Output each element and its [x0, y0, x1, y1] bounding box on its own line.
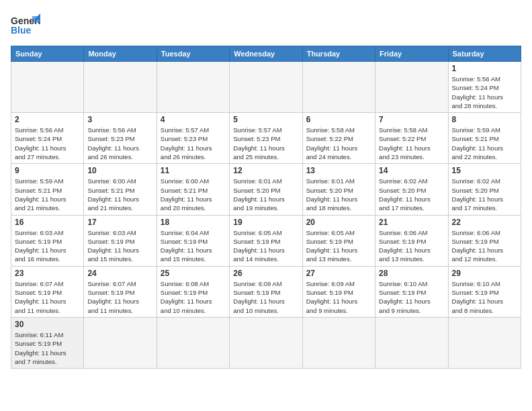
logo: General Blue: [11, 13, 40, 38]
day-cell: 7Sunrise: 5:58 AM Sunset: 5:22 PM Daylig…: [375, 113, 448, 164]
day-cell: 30Sunrise: 6:11 AM Sunset: 5:19 PM Dayli…: [11, 317, 84, 368]
day-cell: [157, 317, 229, 368]
weekday-sunday: Sunday: [11, 46, 84, 62]
week-row-2: 2Sunrise: 5:56 AM Sunset: 5:24 PM Daylig…: [11, 113, 521, 164]
day-number: 11: [161, 166, 226, 175]
day-number: 12: [233, 166, 298, 175]
day-cell: 13Sunrise: 6:01 AM Sunset: 5:20 PM Dayli…: [302, 164, 375, 215]
day-cell: 3Sunrise: 5:56 AM Sunset: 5:23 PM Daylig…: [84, 113, 157, 164]
day-cell: [302, 317, 375, 368]
day-cell: [84, 62, 157, 113]
day-number: 19: [233, 218, 298, 227]
day-cell: 8Sunrise: 5:59 AM Sunset: 5:21 PM Daylig…: [448, 113, 521, 164]
day-info: Sunrise: 6:05 AM Sunset: 5:19 PM Dayligh…: [233, 228, 298, 264]
day-cell: 12Sunrise: 6:01 AM Sunset: 5:20 PM Dayli…: [230, 164, 302, 215]
day-info: Sunrise: 6:06 AM Sunset: 5:19 PM Dayligh…: [379, 228, 444, 264]
header: General Blue: [11, 11, 521, 38]
day-info: Sunrise: 6:10 AM Sunset: 5:19 PM Dayligh…: [452, 279, 517, 315]
day-cell: [230, 317, 302, 368]
day-cell: 15Sunrise: 6:02 AM Sunset: 5:20 PM Dayli…: [448, 164, 521, 215]
day-number: 25: [161, 269, 226, 278]
day-info: Sunrise: 6:04 AM Sunset: 5:19 PM Dayligh…: [161, 228, 226, 264]
day-number: 22: [452, 218, 517, 227]
week-row-6: 30Sunrise: 6:11 AM Sunset: 5:19 PM Dayli…: [11, 317, 521, 368]
day-cell: 28Sunrise: 6:10 AM Sunset: 5:19 PM Dayli…: [375, 266, 448, 317]
week-row-4: 16Sunrise: 6:03 AM Sunset: 5:19 PM Dayli…: [11, 215, 521, 266]
day-number: 30: [15, 320, 80, 329]
day-cell: 21Sunrise: 6:06 AM Sunset: 5:19 PM Dayli…: [375, 215, 448, 266]
day-info: Sunrise: 5:56 AM Sunset: 5:24 PM Dayligh…: [452, 75, 517, 110]
week-row-5: 23Sunrise: 6:07 AM Sunset: 5:19 PM Dayli…: [11, 266, 521, 317]
day-info: Sunrise: 5:59 AM Sunset: 5:21 PM Dayligh…: [452, 126, 517, 161]
day-cell: 6Sunrise: 5:58 AM Sunset: 5:22 PM Daylig…: [302, 113, 375, 164]
day-info: Sunrise: 6:05 AM Sunset: 5:19 PM Dayligh…: [306, 228, 371, 264]
weekday-tuesday: Tuesday: [157, 46, 229, 62]
calendar: SundayMondayTuesdayWednesdayThursdayFrid…: [11, 46, 521, 369]
day-number: 27: [306, 269, 371, 278]
day-cell: 1Sunrise: 5:56 AM Sunset: 5:24 PM Daylig…: [448, 62, 521, 113]
day-info: Sunrise: 6:03 AM Sunset: 5:19 PM Dayligh…: [15, 228, 80, 264]
day-number: 6: [306, 115, 371, 124]
day-number: 28: [379, 269, 444, 278]
day-cell: 18Sunrise: 6:04 AM Sunset: 5:19 PM Dayli…: [157, 215, 229, 266]
day-number: 3: [87, 115, 152, 124]
day-info: Sunrise: 5:58 AM Sunset: 5:22 PM Dayligh…: [379, 126, 444, 161]
weekday-saturday: Saturday: [448, 46, 521, 62]
day-cell: [230, 62, 302, 113]
day-number: 2: [15, 115, 80, 124]
day-cell: 27Sunrise: 6:09 AM Sunset: 5:19 PM Dayli…: [302, 266, 375, 317]
day-info: Sunrise: 5:56 AM Sunset: 5:24 PM Dayligh…: [15, 126, 80, 161]
day-info: Sunrise: 5:57 AM Sunset: 5:23 PM Dayligh…: [233, 126, 298, 161]
day-cell: [375, 317, 448, 368]
week-row-3: 9Sunrise: 5:59 AM Sunset: 5:21 PM Daylig…: [11, 164, 521, 215]
day-cell: [448, 317, 521, 368]
week-row-1: 1Sunrise: 5:56 AM Sunset: 5:24 PM Daylig…: [11, 62, 521, 113]
day-cell: 11Sunrise: 6:00 AM Sunset: 5:21 PM Dayli…: [157, 164, 229, 215]
day-cell: 9Sunrise: 5:59 AM Sunset: 5:21 PM Daylig…: [11, 164, 84, 215]
day-number: 29: [452, 269, 517, 278]
day-number: 16: [15, 218, 80, 227]
day-number: 20: [306, 218, 371, 227]
day-number: 26: [233, 269, 298, 278]
day-info: Sunrise: 6:08 AM Sunset: 5:19 PM Dayligh…: [161, 279, 226, 315]
day-number: 24: [87, 269, 152, 278]
day-info: Sunrise: 5:58 AM Sunset: 5:22 PM Dayligh…: [306, 126, 371, 161]
weekday-friday: Friday: [375, 46, 448, 62]
day-cell: 29Sunrise: 6:10 AM Sunset: 5:19 PM Dayli…: [448, 266, 521, 317]
day-info: Sunrise: 6:10 AM Sunset: 5:19 PM Dayligh…: [379, 279, 444, 315]
day-info: Sunrise: 6:06 AM Sunset: 5:19 PM Dayligh…: [452, 228, 517, 264]
day-info: Sunrise: 6:01 AM Sunset: 5:20 PM Dayligh…: [233, 177, 298, 212]
day-info: Sunrise: 6:07 AM Sunset: 5:19 PM Dayligh…: [15, 279, 80, 315]
day-number: 8: [452, 115, 517, 124]
day-number: 5: [233, 115, 298, 124]
day-cell: [84, 317, 157, 368]
day-number: 10: [87, 166, 152, 175]
day-number: 21: [379, 218, 444, 227]
day-cell: 10Sunrise: 6:00 AM Sunset: 5:21 PM Dayli…: [84, 164, 157, 215]
day-info: Sunrise: 6:00 AM Sunset: 5:21 PM Dayligh…: [87, 177, 152, 212]
day-cell: [11, 62, 84, 113]
day-cell: 25Sunrise: 6:08 AM Sunset: 5:19 PM Dayli…: [157, 266, 229, 317]
day-info: Sunrise: 5:59 AM Sunset: 5:21 PM Dayligh…: [15, 177, 80, 212]
day-cell: 26Sunrise: 6:09 AM Sunset: 5:19 PM Dayli…: [230, 266, 302, 317]
day-cell: 17Sunrise: 6:03 AM Sunset: 5:19 PM Dayli…: [84, 215, 157, 266]
day-number: 4: [161, 115, 226, 124]
logo-icon: General Blue: [11, 13, 40, 38]
weekday-wednesday: Wednesday: [230, 46, 302, 62]
day-info: Sunrise: 5:57 AM Sunset: 5:23 PM Dayligh…: [161, 126, 226, 161]
day-number: 13: [306, 166, 371, 175]
weekday-header: SundayMondayTuesdayWednesdayThursdayFrid…: [11, 46, 521, 62]
svg-text:Blue: Blue: [11, 25, 32, 36]
day-info: Sunrise: 6:03 AM Sunset: 5:19 PM Dayligh…: [87, 228, 152, 264]
day-cell: 24Sunrise: 6:07 AM Sunset: 5:19 PM Dayli…: [84, 266, 157, 317]
day-info: Sunrise: 6:02 AM Sunset: 5:20 PM Dayligh…: [452, 177, 517, 212]
day-number: 18: [161, 218, 226, 227]
day-number: 1: [452, 64, 517, 73]
day-cell: 19Sunrise: 6:05 AM Sunset: 5:19 PM Dayli…: [230, 215, 302, 266]
day-info: Sunrise: 6:09 AM Sunset: 5:19 PM Dayligh…: [306, 279, 371, 315]
weekday-monday: Monday: [84, 46, 157, 62]
day-number: 7: [379, 115, 444, 124]
day-cell: 5Sunrise: 5:57 AM Sunset: 5:23 PM Daylig…: [230, 113, 302, 164]
weekday-thursday: Thursday: [302, 46, 375, 62]
day-cell: 23Sunrise: 6:07 AM Sunset: 5:19 PM Dayli…: [11, 266, 84, 317]
